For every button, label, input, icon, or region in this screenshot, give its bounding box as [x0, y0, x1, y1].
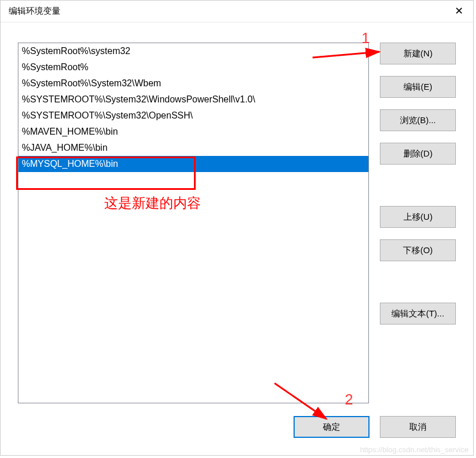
- dialog-window: 编辑环境变量 ✕ %SystemRoot%\system32%SystemRoo…: [0, 0, 474, 456]
- annotation-number-2: 2: [345, 391, 353, 409]
- movedown-button[interactable]: 下移(O): [380, 239, 456, 261]
- path-list-item[interactable]: %SYSTEMROOT%\System32\WindowsPowerShell\…: [18, 91, 368, 108]
- button-column: 新建(N) 编辑(E) 浏览(B)... 删除(D) 上移(U) 下移(O) 编…: [380, 43, 456, 325]
- close-button[interactable]: ✕: [444, 1, 473, 21]
- path-list-item[interactable]: %SYSTEMROOT%\System32\OpenSSH\: [18, 108, 368, 124]
- content-area: %SystemRoot%\system32%SystemRoot%%System…: [18, 43, 456, 438]
- path-list-item[interactable]: %JAVA_HOME%\bin: [18, 140, 368, 156]
- titlebar[interactable]: 编辑环境变量 ✕: [1, 1, 473, 22]
- path-list-item[interactable]: %SystemRoot%: [18, 59, 368, 75]
- annotation-number-1: 1: [361, 29, 370, 47]
- annotation-text: 这是新建的内容: [104, 194, 201, 212]
- watermark: https://blog.csdn.net/this_service: [360, 445, 469, 454]
- delete-button[interactable]: 删除(D): [380, 143, 456, 165]
- path-list-item[interactable]: %SystemRoot%\System32\Wbem: [18, 75, 368, 91]
- close-icon: ✕: [455, 5, 463, 17]
- dialog-title: 编辑环境变量: [9, 6, 60, 17]
- path-listbox[interactable]: %SystemRoot%\system32%SystemRoot%%System…: [18, 43, 369, 403]
- cancel-button[interactable]: 取消: [380, 416, 456, 438]
- edittext-button[interactable]: 编辑文本(T)...: [380, 303, 456, 325]
- path-list-item[interactable]: %SystemRoot%\system32: [18, 43, 368, 59]
- path-list-item[interactable]: %MAVEN_HOME%\bin: [18, 124, 368, 140]
- browse-button[interactable]: 浏览(B)...: [380, 109, 456, 131]
- new-button[interactable]: 新建(N): [380, 43, 456, 64]
- edit-button[interactable]: 编辑(E): [380, 76, 456, 98]
- bottom-button-row: 确定 取消: [294, 416, 456, 438]
- path-list-item[interactable]: %MYSQL_HOME%\bin: [18, 156, 368, 172]
- moveup-button[interactable]: 上移(U): [380, 206, 456, 228]
- ok-button[interactable]: 确定: [294, 416, 370, 438]
